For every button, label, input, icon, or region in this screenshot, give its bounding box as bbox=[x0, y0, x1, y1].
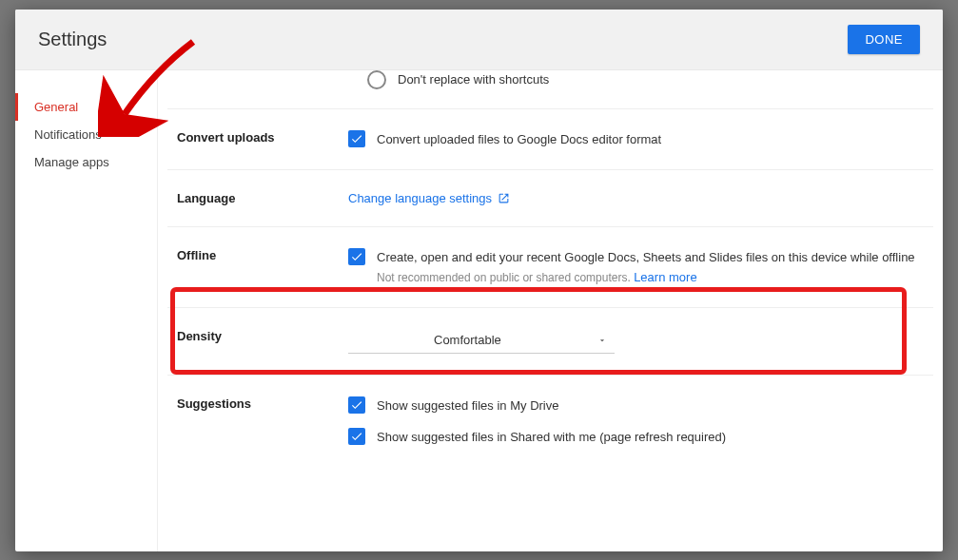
sidebar-item-label: General bbox=[34, 100, 78, 114]
checkbox-convert-uploads[interactable] bbox=[348, 130, 365, 147]
checkbox-label: Show suggested files in Shared with me (… bbox=[377, 428, 726, 446]
sidebar-item-notifications[interactable]: Notifications bbox=[15, 121, 157, 148]
settings-sidebar: General Notifications Manage apps bbox=[15, 70, 158, 551]
section-suggestions: Suggestions Show suggested files in My D… bbox=[167, 376, 933, 467]
check-icon bbox=[350, 132, 363, 145]
check-icon bbox=[350, 250, 363, 263]
done-button[interactable]: DONE bbox=[848, 25, 920, 54]
check-icon bbox=[350, 430, 363, 443]
density-dropdown[interactable]: Comfortable bbox=[348, 329, 615, 354]
section-heading: Convert uploads bbox=[177, 130, 348, 148]
dialog-body: General Notifications Manage apps Don't … bbox=[15, 70, 943, 551]
sidebar-item-general[interactable]: General bbox=[15, 93, 157, 121]
link-label: Change language settings bbox=[348, 191, 492, 205]
sidebar-item-label: Notifications bbox=[34, 127, 102, 142]
caret-down-icon bbox=[597, 336, 607, 345]
sidebar-item-manage-apps[interactable]: Manage apps bbox=[15, 148, 157, 176]
offline-hint: Not recommended on public or shared comp… bbox=[377, 269, 915, 286]
checkbox-label: Convert uploaded files to Google Docs ed… bbox=[377, 130, 661, 148]
settings-content[interactable]: Don't replace with shortcuts Convert upl… bbox=[158, 70, 943, 551]
shortcut-row: Don't replace with shortcuts bbox=[167, 70, 933, 109]
external-link-icon bbox=[498, 192, 510, 204]
checkbox-offline[interactable] bbox=[348, 248, 365, 265]
radio-label: Don't replace with shortcuts bbox=[398, 72, 549, 87]
section-heading: Suggestions bbox=[177, 396, 348, 446]
section-offline: Offline Create, open and edit your recen… bbox=[167, 227, 933, 308]
dialog-title: Settings bbox=[38, 29, 107, 50]
section-density: Density Comfortable bbox=[167, 308, 933, 376]
section-convert-uploads: Convert uploads Convert uploaded files t… bbox=[167, 109, 933, 170]
sidebar-item-label: Manage apps bbox=[34, 155, 109, 169]
check-icon bbox=[350, 398, 363, 412]
radio-dont-replace[interactable] bbox=[367, 70, 386, 89]
section-heading: Density bbox=[177, 329, 348, 354]
learn-more-link[interactable]: Learn more bbox=[634, 270, 696, 284]
checkbox-label: Create, open and edit your recent Google… bbox=[377, 249, 915, 266]
checkbox-label: Show suggested files in My Drive bbox=[377, 396, 558, 415]
change-language-link[interactable]: Change language settings bbox=[348, 191, 510, 205]
section-heading: Language bbox=[177, 191, 348, 205]
settings-dialog: Settings DONE General Notifications Mana… bbox=[15, 10, 943, 551]
section-heading: Offline bbox=[177, 248, 348, 286]
dialog-header: Settings DONE bbox=[15, 10, 943, 70]
dropdown-value: Comfortable bbox=[434, 333, 501, 347]
checkbox-suggest-shared[interactable] bbox=[348, 428, 365, 445]
checkbox-suggest-mydrive[interactable] bbox=[348, 396, 365, 414]
section-language: Language Change language settings bbox=[167, 170, 933, 227]
